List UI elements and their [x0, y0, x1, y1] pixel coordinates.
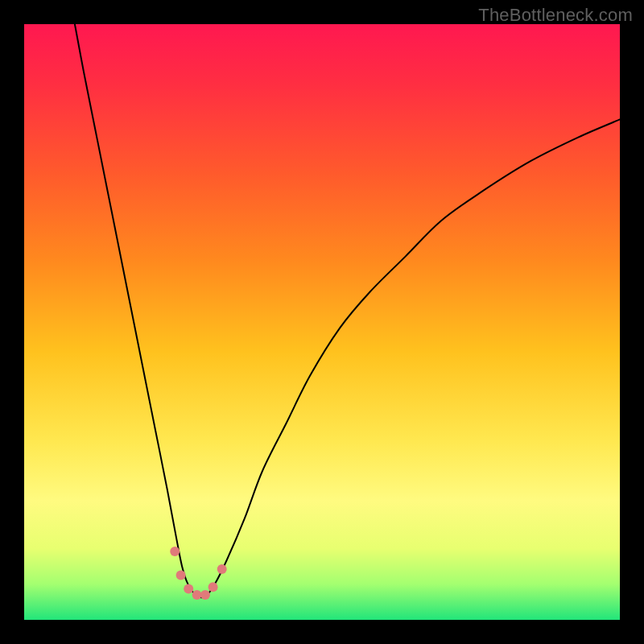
highlight-dot — [176, 571, 186, 580]
highlight-dot — [184, 584, 193, 594]
highlight-dot — [200, 590, 210, 600]
highlight-dot — [192, 590, 202, 600]
watermark-text: TheBottleneck.com — [478, 5, 633, 26]
gradient-background — [24, 24, 620, 620]
highlight-dot — [170, 547, 180, 556]
chart-svg — [0, 0, 644, 644]
highlight-dot — [208, 582, 218, 592]
highlight-dot — [217, 564, 227, 574]
chart-stage: TheBottleneck.com — [0, 0, 644, 644]
